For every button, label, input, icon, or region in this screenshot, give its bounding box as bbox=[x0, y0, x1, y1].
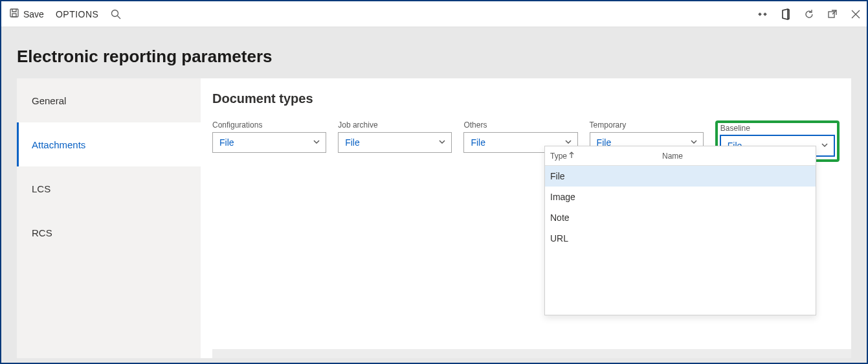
save-icon bbox=[9, 8, 19, 20]
sort-asc-icon bbox=[568, 151, 575, 161]
close-icon[interactable] bbox=[850, 8, 862, 20]
dev-tools-icon[interactable] bbox=[757, 8, 768, 20]
field-value: File bbox=[219, 137, 234, 148]
row-type: File bbox=[549, 171, 662, 181]
popout-icon[interactable] bbox=[827, 8, 838, 20]
svg-rect-1 bbox=[12, 14, 16, 17]
dropdown-row[interactable]: File bbox=[545, 166, 816, 187]
field-job-archive: Job archive File bbox=[338, 120, 452, 153]
dropdown-row[interactable]: URL bbox=[545, 228, 816, 249]
field-label: Configurations bbox=[212, 120, 326, 130]
dropdown-headers: Type Name bbox=[545, 146, 816, 166]
field-value: File bbox=[471, 137, 485, 148]
bottom-strip bbox=[212, 349, 851, 358]
page-title: Electronic reporting parameters bbox=[17, 47, 851, 67]
row-type: Image bbox=[549, 192, 662, 202]
tab-label: General bbox=[32, 95, 66, 106]
dropdown-popup: Type Name File Image bbox=[544, 146, 816, 315]
search-icon[interactable] bbox=[110, 8, 122, 20]
field-label: Temporary bbox=[590, 120, 704, 130]
column-type[interactable]: Type bbox=[549, 151, 662, 161]
action-bar: Save OPTIONS bbox=[1, 1, 867, 27]
section-title: Document types bbox=[212, 91, 840, 106]
svg-rect-0 bbox=[10, 9, 18, 17]
svg-point-2 bbox=[112, 10, 118, 16]
page-body: Electronic reporting parameters General … bbox=[1, 27, 867, 363]
row-name bbox=[662, 171, 812, 181]
column-name[interactable]: Name bbox=[662, 152, 812, 161]
action-bar-right bbox=[757, 8, 862, 20]
row-type: Note bbox=[549, 212, 662, 223]
chevron-down-icon bbox=[438, 137, 446, 148]
field-label: Others bbox=[463, 120, 577, 130]
office-icon[interactable] bbox=[780, 8, 792, 20]
tab-label: LCS bbox=[32, 183, 50, 194]
tabs: General Attachments LCS RCS bbox=[17, 78, 201, 358]
field-label: Baseline bbox=[720, 124, 834, 133]
refresh-icon[interactable] bbox=[803, 8, 815, 20]
tab-attachments[interactable]: Attachments bbox=[17, 122, 201, 166]
field-configurations: Configurations File bbox=[212, 120, 326, 153]
row-name bbox=[662, 233, 812, 244]
configurations-dropdown[interactable]: File bbox=[212, 132, 326, 153]
svg-rect-4 bbox=[758, 12, 762, 16]
action-bar-left: Save OPTIONS bbox=[9, 8, 122, 20]
field-value: File bbox=[345, 137, 360, 148]
job-archive-dropdown[interactable]: File bbox=[338, 132, 452, 153]
tab-label: RCS bbox=[32, 227, 52, 238]
column-label: Type bbox=[550, 152, 567, 161]
dropdown-row[interactable]: Image bbox=[545, 187, 816, 207]
column-label: Name bbox=[662, 152, 683, 161]
row-type: URL bbox=[549, 233, 662, 244]
row-name bbox=[662, 192, 812, 202]
dropdown-body: File Image Note URL bbox=[545, 166, 816, 315]
row-name bbox=[662, 212, 812, 223]
chevron-down-icon bbox=[821, 141, 829, 151]
content-panel: Document types Configurations File Job a… bbox=[201, 78, 851, 358]
options-button[interactable]: OPTIONS bbox=[56, 9, 99, 19]
save-label: Save bbox=[23, 9, 44, 19]
chevron-down-icon bbox=[313, 137, 320, 148]
tab-lcs[interactable]: LCS bbox=[17, 166, 201, 210]
field-label: Job archive bbox=[338, 120, 452, 130]
dropdown-row[interactable]: Note bbox=[545, 207, 816, 228]
tab-label: Attachments bbox=[32, 139, 85, 150]
svg-line-3 bbox=[118, 16, 121, 19]
tab-general[interactable]: General bbox=[17, 78, 201, 122]
svg-rect-5 bbox=[763, 12, 767, 16]
svg-rect-6 bbox=[829, 12, 834, 17]
save-button[interactable]: Save bbox=[9, 8, 44, 20]
tab-rcs[interactable]: RCS bbox=[17, 210, 201, 255]
form-area: General Attachments LCS RCS Document typ… bbox=[17, 78, 851, 358]
